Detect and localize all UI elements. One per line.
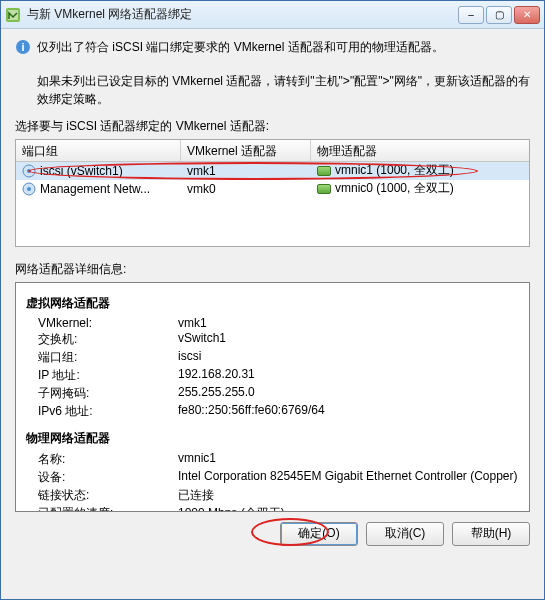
- v-ip: 192.168.20.31: [178, 367, 519, 384]
- ok-button[interactable]: 确定(O): [280, 522, 358, 546]
- k-ipv6: IPv6 地址:: [38, 403, 178, 420]
- v-ipv6: fe80::250:56ff:fe60:6769/64: [178, 403, 519, 420]
- k-ip: IP 地址:: [38, 367, 178, 384]
- cell-vmk: vmk0: [187, 182, 216, 196]
- svg-point-5: [27, 169, 31, 173]
- nic-icon: [317, 166, 331, 176]
- col-port-group[interactable]: 端口组: [16, 140, 181, 161]
- table-row[interactable]: Management Netw... vmk0 vmnic0 (1000, 全双…: [16, 180, 529, 198]
- k-device: 设备:: [38, 469, 178, 486]
- v-portgroup: iscsi: [178, 349, 519, 366]
- v-mask: 255.255.255.0: [178, 385, 519, 402]
- portgroup-icon: [22, 164, 36, 178]
- cell-phys: vmnic0 (1000, 全双工): [335, 180, 454, 197]
- dialog-content: i 仅列出了符合 iSCSI 端口绑定要求的 VMkernel 适配器和可用的物…: [1, 29, 544, 599]
- v-vmkernel: vmk1: [178, 316, 519, 330]
- info-row: i 仅列出了符合 iSCSI 端口绑定要求的 VMkernel 适配器和可用的物…: [15, 39, 530, 56]
- window-title: 与新 VMkernel 网络适配器绑定: [27, 6, 456, 23]
- minimize-button[interactable]: –: [458, 6, 484, 24]
- k-speed: 已配置的速度:: [38, 505, 178, 512]
- v-name: vmnic1: [178, 451, 519, 468]
- help-button[interactable]: 帮助(H): [452, 522, 530, 546]
- cancel-button[interactable]: 取消(C): [366, 522, 444, 546]
- vsphere-icon: [5, 7, 21, 23]
- cell-vmk: vmk1: [187, 164, 216, 178]
- adapter-table: 端口组 VMkernel 适配器 物理适配器 iscsi (vSwitch1) …: [15, 139, 530, 247]
- virtual-adapter-head: 虚拟网络适配器: [26, 295, 519, 312]
- portgroup-icon: [22, 182, 36, 196]
- cell-portgroup: Management Netw...: [40, 182, 150, 196]
- details-panel: 虚拟网络适配器 VMkernel:vmk1 交换机:vSwitch1 端口组:i…: [15, 282, 530, 512]
- cell-portgroup: iscsi (vSwitch1): [40, 164, 123, 178]
- info-text: 仅列出了符合 iSCSI 端口绑定要求的 VMkernel 适配器和可用的物理适…: [37, 39, 444, 56]
- v-device: Intel Corporation 82545EM Gigabit Ethern…: [178, 469, 519, 486]
- svg-text:i: i: [21, 41, 24, 53]
- k-portgroup: 端口组:: [38, 349, 178, 366]
- table-caption: 选择要与 iSCSI 适配器绑定的 VMkernel 适配器:: [15, 118, 530, 135]
- info-subtext: 如果未列出已设定目标的 VMkernel 适配器，请转到"主机">"配置">"网…: [37, 72, 530, 108]
- button-row: 确定(O) 取消(C) 帮助(H): [15, 512, 530, 550]
- k-switch: 交换机:: [38, 331, 178, 348]
- col-vmk-adapter[interactable]: VMkernel 适配器: [181, 140, 311, 161]
- nic-icon: [317, 184, 331, 194]
- k-mask: 子网掩码:: [38, 385, 178, 402]
- titlebar[interactable]: 与新 VMkernel 网络适配器绑定 – ▢ ✕: [1, 1, 544, 29]
- v-link: 已连接: [178, 487, 519, 504]
- k-link: 链接状态:: [38, 487, 178, 504]
- v-speed: 1000 Mbps (全双工): [178, 505, 519, 512]
- details-caption: 网络适配器详细信息:: [15, 261, 530, 278]
- v-switch: vSwitch1: [178, 331, 519, 348]
- table-header: 端口组 VMkernel 适配器 物理适配器: [16, 140, 529, 162]
- close-button[interactable]: ✕: [514, 6, 540, 24]
- svg-point-7: [27, 187, 31, 191]
- maximize-button[interactable]: ▢: [486, 6, 512, 24]
- k-vmkernel: VMkernel:: [38, 316, 178, 330]
- physical-adapter-head: 物理网络适配器: [26, 430, 519, 447]
- cell-phys: vmnic1 (1000, 全双工): [335, 162, 454, 179]
- info-icon: i: [15, 39, 31, 55]
- k-name: 名称:: [38, 451, 178, 468]
- dialog-window: 与新 VMkernel 网络适配器绑定 – ▢ ✕ i 仅列出了符合 iSCSI…: [0, 0, 545, 600]
- table-row[interactable]: iscsi (vSwitch1) vmk1 vmnic1 (1000, 全双工): [16, 162, 529, 180]
- col-phys-adapter[interactable]: 物理适配器: [311, 140, 529, 161]
